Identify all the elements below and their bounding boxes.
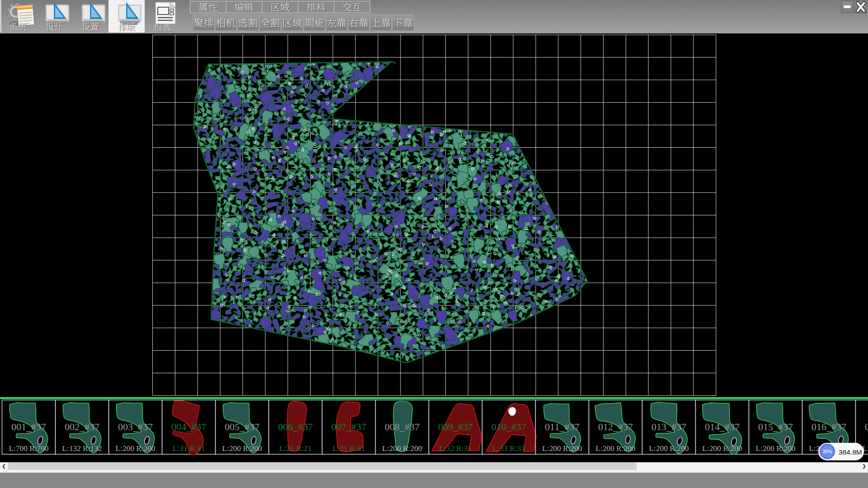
svg-text:0: 0 xyxy=(865,422,868,433)
svg-text:011_#37: 011_#37 xyxy=(545,422,580,433)
svg-text:014_#37: 014_#37 xyxy=(705,422,740,433)
svg-text:L:33 R:33: L:33 R:33 xyxy=(493,445,525,452)
svg-text:004_#37: 004_#37 xyxy=(171,422,206,433)
svg-text:007_#37: 007_#37 xyxy=(331,422,366,433)
svg-text:006_#37: 006_#37 xyxy=(278,422,313,433)
svg-text:L:132 R:132: L:132 R:132 xyxy=(62,445,102,452)
svg-text:003_#37: 003_#37 xyxy=(118,422,153,433)
svg-text:L:31 R:31: L:31 R:31 xyxy=(333,445,365,452)
svg-text:L:200 R:200: L:200 R:200 xyxy=(649,445,689,452)
svg-text:L:200 R:200: L:200 R:200 xyxy=(756,445,796,452)
svg-text:L:32 R:31: L:32 R:31 xyxy=(439,445,472,452)
svg-text:L:200 R:200: L:200 R:200 xyxy=(596,445,636,452)
svg-text:L:200 R:200: L:200 R:200 xyxy=(703,445,742,452)
svg-text:002_#37: 002_#37 xyxy=(65,422,99,433)
svg-text:L:700 R:700: L:700 R:700 xyxy=(9,445,49,452)
svg-text:L:31 R:31: L:31 R:31 xyxy=(173,445,205,452)
svg-text:005_#37: 005_#37 xyxy=(225,422,259,433)
svg-text:L:200 R:200: L:200 R:200 xyxy=(542,445,582,452)
svg-text:013_#37: 013_#37 xyxy=(651,422,686,433)
svg-text:L:21 R:21: L:21 R:21 xyxy=(279,445,312,452)
svg-text:008_#37: 008_#37 xyxy=(385,422,420,433)
svg-text:001_#37: 001_#37 xyxy=(11,422,46,433)
svg-text:012_#37: 012_#37 xyxy=(598,422,633,433)
svg-text:016_#37: 016_#37 xyxy=(811,422,846,433)
svg-text:015_#37: 015_#37 xyxy=(758,422,793,433)
svg-text:L:200 R:200: L:200 R:200 xyxy=(116,445,156,452)
svg-text:L:200 R:200: L:200 R:200 xyxy=(382,445,422,452)
svg-text:010_#37: 010_#37 xyxy=(491,422,526,433)
svg-text:009_#37: 009_#37 xyxy=(438,422,473,433)
svg-text:L:200 R:200: L:200 R:200 xyxy=(222,445,262,452)
